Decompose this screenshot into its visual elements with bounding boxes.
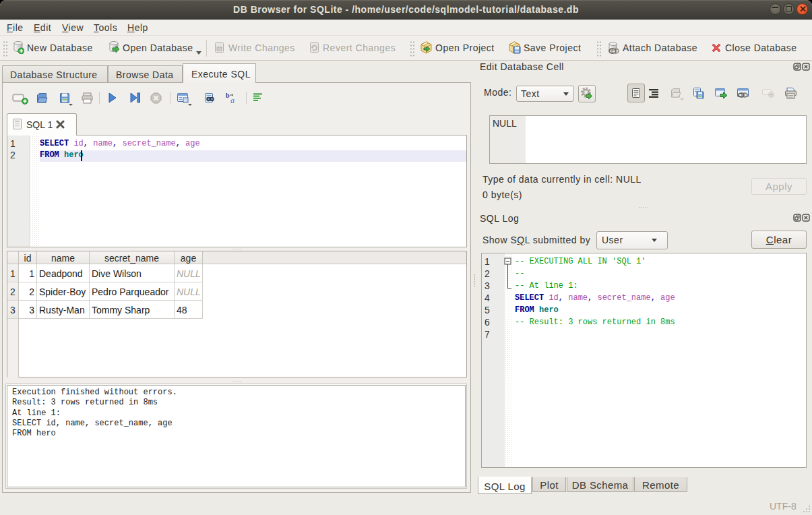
- svg-text:a: a: [230, 96, 235, 104]
- svg-text:b: b: [226, 92, 230, 99]
